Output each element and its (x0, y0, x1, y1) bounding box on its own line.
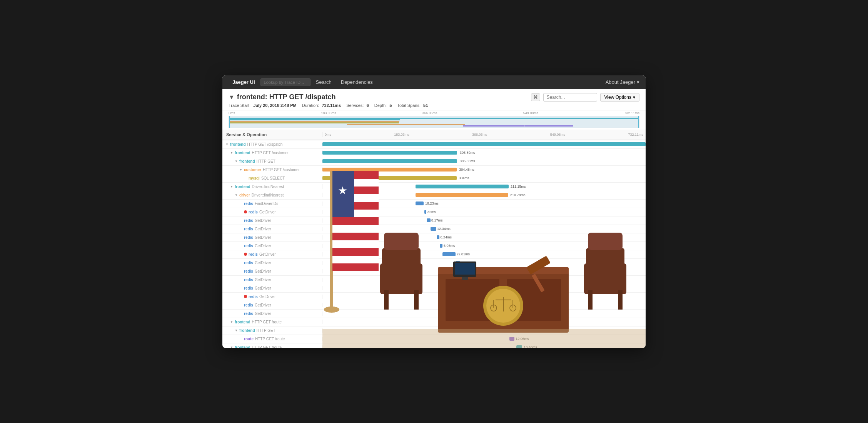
span-label-col: redisGetDriver (222, 227, 322, 231)
span-bar (322, 151, 457, 155)
span-row[interactable]: ▼frontendHTTP GET /route12.80ms (222, 318, 646, 326)
span-duration-label: 305.88ms (460, 159, 475, 163)
span-duration-label: 29.81ms (457, 252, 470, 256)
span-duration-label: 12.06ms (516, 337, 529, 341)
services-label: Services: (346, 103, 364, 108)
span-toggle[interactable]: ▼ (229, 320, 234, 324)
time-label-4: 732.11ms (628, 133, 643, 137)
nav-dependencies[interactable]: Dependencies (337, 75, 377, 89)
span-duration-label: 12.80ms (516, 328, 530, 332)
span-toggle[interactable]: ▼ (229, 150, 234, 155)
span-label-col: ▼frontendHTTP GET /route (222, 345, 322, 348)
span-row[interactable]: redisGetDriver (222, 284, 646, 293)
trace-title-text: frontend: HTTP GET /dispatch (237, 93, 336, 101)
span-service-name: redis (244, 311, 253, 316)
span-toggle[interactable]: ▼ (239, 167, 243, 172)
span-bar-col: 211.15ms (322, 183, 646, 191)
nav-search[interactable]: Search (312, 75, 336, 89)
span-row[interactable]: redisGetDriver (222, 293, 646, 301)
trace-search-input[interactable] (543, 93, 597, 102)
nav-about[interactable]: About Jaeger ▾ (606, 79, 639, 85)
span-row[interactable]: routeHTTP GET /route12.06ms (222, 335, 646, 343)
time-label-0: 0ms (325, 133, 331, 137)
span-row[interactable]: ▼frontendHTTP GET /customer305.89ms (222, 149, 646, 157)
span-label-col: redisGetDriver (222, 303, 322, 307)
span-op-name: GetDriver (255, 311, 271, 316)
span-label-col: ▼frontendHTTP GET (222, 328, 322, 333)
time-label-3: 549.08ms (550, 133, 566, 137)
span-row[interactable]: redisGetDriver8.12ms (222, 267, 646, 276)
span-bar (509, 320, 515, 324)
span-row[interactable]: ▼frontendHTTP GET /dispatch (222, 140, 646, 149)
span-row[interactable]: redisGetDriver29.81ms (222, 250, 646, 259)
span-row[interactable]: ▼frontendHTTP GET /route13.46ms (222, 343, 646, 348)
span-row[interactable]: ▼driverDriver::findNearest210.78ms (222, 191, 646, 200)
span-row[interactable]: mysqlSQL SELECT304ms (222, 174, 646, 183)
span-toggle[interactable]: ▼ (225, 142, 229, 147)
span-service-name: route (244, 337, 254, 341)
span-row[interactable]: ▼frontendHTTP GET12.80ms (222, 326, 646, 335)
view-options-button[interactable]: View Options ▾ (600, 93, 639, 102)
span-row[interactable]: ▼frontendHTTP GET305.88ms (222, 157, 646, 166)
span-toggle[interactable]: ▼ (234, 193, 239, 197)
spans-container[interactable]: ▼frontendHTTP GET /dispatch▼frontendHTTP… (222, 140, 646, 348)
span-label-col: routeHTTP GET /route (222, 337, 322, 341)
span-row[interactable]: redisGetDriver8.17ms (222, 216, 646, 225)
span-row[interactable]: redisGetDriver6.06ms (222, 242, 646, 250)
span-duration-label: 12.80ms (517, 320, 531, 324)
span-row[interactable]: ▼customerHTTP GET /customer304.48ms (222, 166, 646, 174)
span-duration-label: 210.78ms (510, 193, 526, 197)
nav-brand[interactable]: Jaeger UI (229, 79, 259, 85)
span-op-name: HTTP GET /route (252, 345, 282, 348)
span-op-name: Driver::findNearest (252, 185, 284, 189)
span-op-name: HTTP GET /route (255, 337, 285, 341)
span-toggle[interactable]: ▼ (229, 345, 234, 348)
span-service-name: mysql (249, 176, 260, 180)
span-toggle[interactable]: ▼ (229, 184, 234, 189)
time-label-2: 366.06ms (472, 133, 487, 137)
span-service-name: frontend (235, 185, 250, 189)
span-bar (416, 202, 424, 205)
span-row[interactable]: redisGetDriver (222, 276, 646, 284)
span-bar (509, 328, 515, 332)
trace-collapse-icon[interactable]: ▼ (229, 94, 235, 101)
span-bar-col: 29.81ms (322, 250, 646, 258)
span-label-col: redisGetDriver (222, 244, 322, 248)
timeline-header-row: Service & Operation 0ms 183.03ms 366.06m… (222, 130, 646, 140)
span-service-name: redis (244, 303, 253, 307)
span-label-col: ▼driverDriver::findNearest (222, 193, 322, 197)
span-op-name: GetDriver (255, 278, 271, 282)
trace-start-value: July 20, 2018 2:48 PM (253, 103, 297, 108)
span-bar-col (322, 284, 646, 292)
span-label-col: ▼frontendHTTP GET /customer (222, 150, 322, 155)
span-service-name: redis (244, 261, 253, 265)
trace-id-input[interactable] (260, 78, 310, 86)
span-bar (509, 337, 514, 341)
span-row[interactable]: redisFindDriverIDs18.23ms (222, 200, 646, 208)
span-row[interactable]: redisGetDriver6.24ms (222, 233, 646, 242)
span-row[interactable]: ▼frontendDriver::findNearest211.15ms (222, 183, 646, 191)
span-op-name: HTTP GET /dispatch (247, 142, 283, 147)
span-service-name: frontend (230, 142, 246, 147)
ruler-4: 732.11ms (624, 111, 639, 115)
span-row[interactable]: redisGetDriver (222, 301, 646, 310)
overview-bar[interactable] (229, 116, 639, 128)
span-label-col: redisFindDriverIDs (222, 202, 322, 206)
span-row[interactable]: redisGetDriver12.34ms (222, 225, 646, 233)
span-row[interactable]: redisGetDriver (222, 310, 646, 318)
span-row[interactable]: redisGetDriver32ms (222, 208, 646, 216)
trace-header: ▼ frontend: HTTP GET /dispatch ⌘ View Op… (222, 89, 646, 110)
span-service-name: frontend (239, 328, 255, 333)
span-toggle[interactable]: ▼ (234, 328, 239, 333)
spans-label: Total Spans: (397, 103, 421, 108)
span-service-name: redis (244, 286, 253, 290)
timeline-ruler: 0ms 183.03ms 366.06ms 549.08ms 732.11ms (229, 111, 639, 115)
ruler-0: 0ms (229, 111, 235, 115)
span-error-dot (244, 210, 247, 213)
span-toggle[interactable]: ▼ (234, 159, 239, 163)
nav-about-label: About Jaeger (606, 79, 635, 85)
span-row[interactable]: redisGetDriver8.77ms (222, 259, 646, 267)
span-bar-col (322, 301, 646, 309)
cmd-icon: ⌘ (531, 93, 540, 101)
view-options-label: View Options (604, 95, 631, 100)
